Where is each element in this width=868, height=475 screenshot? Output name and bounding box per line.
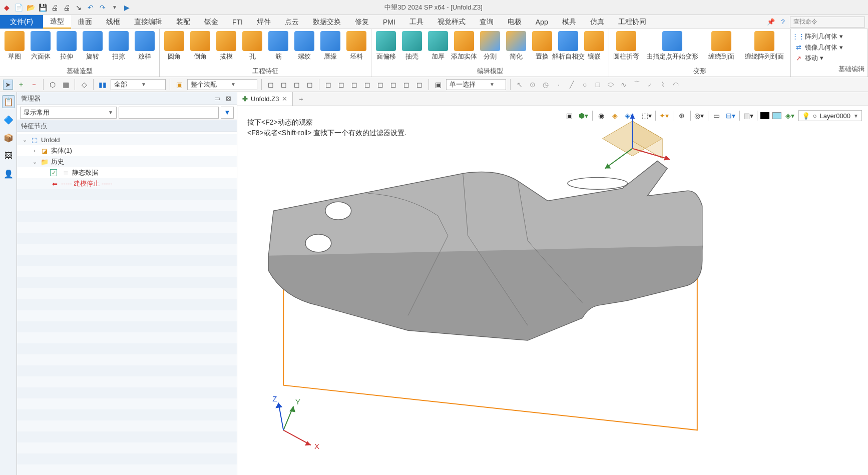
menu-tools[interactable]: 工具 — [402, 15, 430, 29]
face-offset-button[interactable]: 面偏移 — [373, 30, 398, 66]
menu-surface[interactable]: 曲面 — [71, 15, 99, 29]
menu-visual[interactable]: 视觉样式 — [430, 15, 473, 29]
geom-icon-5[interactable]: ╱ — [567, 80, 577, 90]
filter-button[interactable]: ▼ — [221, 107, 234, 119]
tb-icon-10[interactable]: ◻ — [388, 80, 398, 90]
viewport[interactable]: ✚ Unfold.Z3 ✕ ＋ 按下<F2>动态的观察 <F8>或者<Shift… — [237, 92, 868, 475]
geom-icon-1[interactable]: ↖ — [515, 80, 525, 90]
extrude-button[interactable]: 拉伸 — [54, 30, 79, 66]
3d-canvas[interactable]: X Y Z — [237, 106, 868, 475]
menu-modeling[interactable]: 造型 — [43, 15, 71, 29]
print-preview-icon[interactable]: 🖨 — [62, 3, 71, 12]
menu-assembly[interactable]: 装配 — [169, 15, 197, 29]
tab-close-icon[interactable]: ✕ — [282, 95, 287, 103]
app-logo-icon[interactable]: ◆ — [2, 3, 11, 12]
menu-fti[interactable]: FTI — [225, 15, 250, 29]
mirror-geometry-button[interactable]: ⇄镜像几何体 ▾ — [794, 42, 864, 53]
tree-body[interactable]: › ◪ 实体(1) — [17, 145, 237, 156]
collapse-icon[interactable]: ⌄ — [31, 159, 38, 165]
sel-mode-icon[interactable]: ▣ — [433, 80, 443, 90]
assembly-icon[interactable]: ▣ — [174, 80, 184, 90]
collapse-icon[interactable]: ⌄ — [21, 137, 28, 143]
chart-icon[interactable]: ▮▮ — [98, 80, 108, 90]
split-button[interactable]: 分割 — [478, 30, 503, 66]
chamfer-button[interactable]: 倒角 — [188, 30, 213, 66]
menu-query[interactable]: 查询 — [473, 15, 501, 29]
simplify-button[interactable]: 简化 — [504, 30, 529, 66]
axis-gizmo[interactable]: X Y Z — [272, 394, 319, 451]
tb-icon-6[interactable]: ◻ — [336, 80, 346, 90]
hole-button[interactable]: 孔 — [240, 30, 265, 66]
menu-file[interactable]: 文件(F) — [0, 15, 43, 29]
menu-app[interactable]: App — [529, 15, 555, 29]
thicken-button[interactable]: 加厚 — [425, 30, 451, 66]
tb-icon-12[interactable]: ◻ — [414, 80, 424, 90]
assembly-tab-icon[interactable]: 🔷 — [2, 113, 15, 126]
geom-icon-8[interactable]: ⬭ — [606, 80, 616, 90]
fillet-button[interactable]: 圆角 — [162, 30, 187, 66]
menu-electrode[interactable]: 电极 — [501, 15, 529, 29]
geom-icon-3[interactable]: ◷ — [541, 80, 551, 90]
undo-icon[interactable]: ↶ — [86, 3, 95, 12]
menu-data-exchange[interactable]: 数据交换 — [306, 15, 348, 29]
tb-icon-9[interactable]: ◻ — [375, 80, 385, 90]
menu-direct-edit[interactable]: 直接编辑 — [127, 15, 169, 29]
cylinder-bend-button[interactable]: 圆柱折弯 — [611, 30, 641, 66]
tb-icon-7[interactable]: ◻ — [349, 80, 359, 90]
add-solid-button[interactable]: 添加实体 — [452, 30, 477, 66]
manager-search-input[interactable] — [119, 107, 219, 119]
menu-repair[interactable]: 修复 — [348, 15, 376, 29]
add-tab-button[interactable]: ＋ — [293, 92, 309, 106]
menu-wireframe[interactable]: 线框 — [99, 15, 127, 29]
display-mode-select[interactable]: 显示常用▼ — [20, 107, 117, 119]
menu-mold[interactable]: 模具 — [555, 15, 583, 29]
revolve-button[interactable]: 旋转 — [80, 30, 105, 66]
geom-icon-10[interactable]: ⌒ — [632, 80, 642, 90]
render-tab-icon[interactable]: 🖼 — [2, 149, 15, 162]
help-icon[interactable]: ? — [778, 17, 788, 27]
tree-static[interactable]: ✓ ≣ 静态数据 — [17, 167, 237, 178]
print-icon[interactable]: 🖨 — [50, 3, 59, 12]
part-model[interactable] — [268, 161, 702, 341]
filter-all-select[interactable]: 全部▼ — [111, 79, 166, 90]
manager-close-icon[interactable]: ⊠ — [224, 94, 233, 103]
move-button[interactable]: ↗移动 ▾ — [794, 53, 864, 64]
new-icon[interactable]: 📄 — [14, 3, 23, 12]
tb-icon-4[interactable]: ◻ — [305, 80, 315, 90]
shell-button[interactable]: 抽壳 — [399, 30, 424, 66]
resolve-self-intersect-button[interactable]: 解析自相交 — [556, 30, 581, 66]
remove-icon[interactable]: － — [29, 80, 39, 90]
command-search[interactable]: 查找命令 — [790, 17, 865, 28]
play-icon[interactable]: ▶ — [122, 3, 131, 12]
tb-icon-2[interactable]: ◻ — [279, 80, 289, 90]
snap-icon[interactable]: ⬡ — [48, 80, 58, 90]
menu-simulate[interactable]: 仿真 — [583, 15, 611, 29]
replace-button[interactable]: 置换 — [530, 30, 555, 66]
static-checkbox-icon[interactable]: ✓ — [50, 169, 57, 176]
geom-icon-4[interactable]: · — [554, 80, 564, 90]
pin-icon[interactable]: 📌 — [766, 17, 776, 27]
geom-icon-6[interactable]: ○ — [580, 80, 590, 90]
tb-icon-5[interactable]: ◻ — [323, 80, 333, 90]
inlay-button[interactable]: 镶嵌 — [582, 30, 607, 66]
export-icon[interactable]: ↘ — [74, 3, 83, 12]
tb-icon-3[interactable]: ◻ — [292, 80, 302, 90]
document-tab-unfold[interactable]: ✚ Unfold.Z3 ✕ — [237, 92, 293, 106]
geom-icon-13[interactable]: ◠ — [671, 80, 681, 90]
tree-history[interactable]: ⌄ 📁 历史 — [17, 156, 237, 167]
menu-pmi[interactable]: PMI — [376, 15, 402, 29]
qat-dropdown-icon[interactable]: ▼ — [110, 3, 119, 12]
tree-root[interactable]: ⌄ ⬚ Unfold — [17, 134, 237, 145]
menu-weld[interactable]: 焊件 — [250, 15, 278, 29]
assembly-scope-select[interactable]: 整个装配▼ — [187, 79, 257, 90]
sweep-button[interactable]: 扫掠 — [106, 30, 131, 66]
geom-icon-11[interactable]: ⟋ — [645, 80, 655, 90]
add-icon[interactable]: ＋ — [16, 80, 26, 90]
box-button[interactable]: 六面体 — [28, 30, 53, 66]
filter-shape-icon[interactable]: ◇ — [79, 80, 89, 90]
tb-icon-11[interactable]: ◻ — [401, 80, 411, 90]
user-tab-icon[interactable]: 👤 — [2, 167, 15, 180]
manager-tab-icon[interactable]: 📋 — [2, 95, 15, 108]
tb-icon-1[interactable]: ◻ — [266, 80, 276, 90]
draft-button[interactable]: 拔模 — [214, 30, 239, 66]
